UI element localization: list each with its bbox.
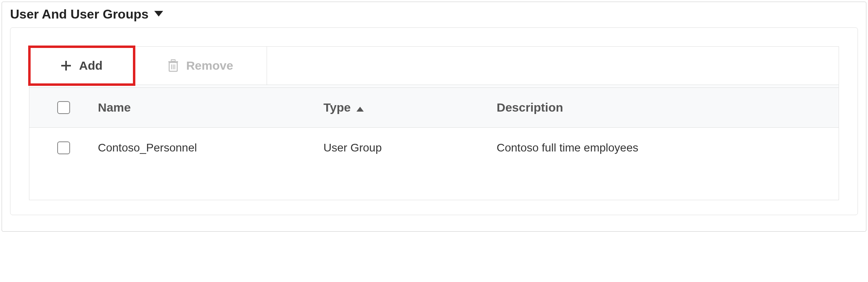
- section-header[interactable]: User And User Groups: [10, 5, 858, 27]
- inner-panel: Add Remove: [10, 27, 858, 215]
- row-type: User Group: [323, 141, 382, 154]
- table-row[interactable]: Contoso_Personnel User Group Contoso ful…: [29, 128, 839, 168]
- toolbar: Add Remove: [29, 46, 839, 85]
- svg-marker-0: [154, 11, 163, 17]
- trash-icon: [168, 59, 179, 72]
- column-header-name-label: Name: [98, 101, 131, 114]
- column-header-description[interactable]: Description: [497, 101, 839, 114]
- column-header-type[interactable]: Type: [323, 101, 497, 114]
- row-description: Contoso full time employees: [497, 141, 638, 154]
- sort-ascending-icon: [356, 101, 364, 114]
- chevron-down-icon: [154, 11, 163, 18]
- add-button[interactable]: Add: [29, 47, 134, 85]
- remove-button[interactable]: Remove: [134, 47, 267, 85]
- select-all-checkbox[interactable]: [57, 101, 70, 114]
- remove-button-label: Remove: [186, 59, 233, 73]
- row-name: Contoso_Personnel: [98, 141, 197, 154]
- toolbar-spacer: [267, 47, 839, 85]
- column-header-type-label: Type: [323, 101, 351, 114]
- column-header-description-label: Description: [497, 101, 563, 114]
- svg-marker-9: [356, 107, 364, 112]
- table-header-row: Name Type Description: [29, 87, 839, 128]
- users-groups-panel: User And User Groups Add: [2, 2, 866, 232]
- table-empty-area: [29, 168, 839, 200]
- row-checkbox[interactable]: [57, 141, 70, 154]
- plus-icon: [60, 60, 72, 71]
- add-button-label: Add: [79, 59, 102, 73]
- svg-rect-2: [61, 65, 71, 66]
- svg-rect-5: [171, 60, 175, 61]
- column-header-name[interactable]: Name: [98, 101, 323, 114]
- section-title: User And User Groups: [10, 7, 149, 22]
